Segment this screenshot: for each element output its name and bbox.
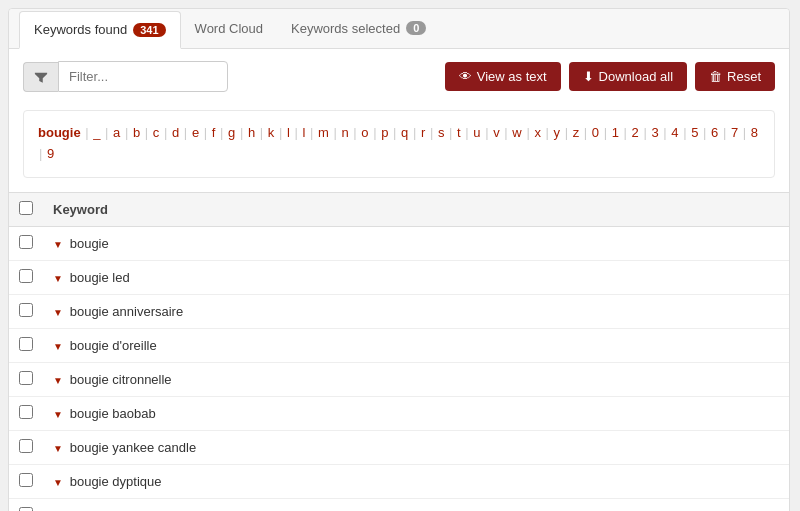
filter-input[interactable] xyxy=(58,61,228,92)
row-checkbox-5[interactable] xyxy=(19,405,33,419)
keyword-text: bougie d'oreille xyxy=(70,338,157,353)
alpha-c[interactable]: c xyxy=(153,125,160,140)
keyword-cell: ▼ bougie baobab xyxy=(43,396,789,430)
row-checkbox-8[interactable] xyxy=(19,507,33,511)
table-row: ▼ bougie yankee candle xyxy=(9,430,789,464)
alpha-1[interactable]: 1 xyxy=(612,125,619,140)
alpha-m[interactable]: m xyxy=(318,125,329,140)
alpha-r[interactable]: r xyxy=(421,125,425,140)
alpha-o[interactable]: o xyxy=(361,125,368,140)
alpha-g[interactable]: g xyxy=(228,125,235,140)
expand-arrow-icon[interactable]: ▼ xyxy=(53,341,66,352)
alpha-underscore[interactable]: _ xyxy=(93,125,100,140)
expand-arrow-icon[interactable]: ▼ xyxy=(53,409,66,420)
alpha-6[interactable]: 6 xyxy=(711,125,718,140)
alpha-8[interactable]: 8 xyxy=(751,125,758,140)
alpha-a[interactable]: a xyxy=(113,125,120,140)
keyword-cell: ▼ bougie anniversaire xyxy=(43,294,789,328)
alpha-active-word[interactable]: bougie xyxy=(38,125,81,140)
row-checkbox-6[interactable] xyxy=(19,439,33,453)
alpha-e[interactable]: e xyxy=(192,125,199,140)
alpha-2[interactable]: 2 xyxy=(632,125,639,140)
alpha-h[interactable]: h xyxy=(248,125,255,140)
expand-arrow-icon[interactable]: ▼ xyxy=(53,239,66,250)
alpha-x[interactable]: x xyxy=(534,125,541,140)
alpha-l1[interactable]: l xyxy=(287,125,290,140)
row-checkbox-3[interactable] xyxy=(19,337,33,351)
keyword-text: bougie baobab xyxy=(70,406,156,421)
row-checkbox-cell xyxy=(9,430,43,464)
table-row: ▼ bougie anniversaire xyxy=(9,294,789,328)
alpha-s[interactable]: s xyxy=(438,125,445,140)
expand-arrow-icon[interactable]: ▼ xyxy=(53,375,66,386)
filter-group xyxy=(23,61,228,92)
alpha-d[interactable]: d xyxy=(172,125,179,140)
alpha-4[interactable]: 4 xyxy=(671,125,678,140)
alpha-v[interactable]: v xyxy=(493,125,500,140)
table-row: ▼ bougie led xyxy=(9,260,789,294)
alpha-p[interactable]: p xyxy=(381,125,388,140)
download-icon: ⬇ xyxy=(583,69,594,84)
toolbar: 👁 View as text ⬇ Download all 🗑 Reset xyxy=(9,49,789,104)
select-all-checkbox[interactable] xyxy=(19,201,33,215)
alpha-f[interactable]: f xyxy=(212,125,216,140)
reset-label: Reset xyxy=(727,69,761,84)
keyword-cell: ▼ bougie candle xyxy=(43,498,789,511)
alpha-l2[interactable]: l xyxy=(302,125,305,140)
alpha-3[interactable]: 3 xyxy=(651,125,658,140)
tab-keywords-selected[interactable]: Keywords selected 0 xyxy=(277,11,440,48)
main-container: Keywords found 341 Word Cloud Keywords s… xyxy=(8,8,790,511)
row-checkbox-0[interactable] xyxy=(19,235,33,249)
alpha-7[interactable]: 7 xyxy=(731,125,738,140)
alpha-u[interactable]: u xyxy=(473,125,480,140)
alpha-5[interactable]: 5 xyxy=(691,125,698,140)
keyword-cell: ▼ bougie led xyxy=(43,260,789,294)
row-checkbox-2[interactable] xyxy=(19,303,33,317)
table-row: ▼ bougie citronnelle xyxy=(9,362,789,396)
row-checkbox-1[interactable] xyxy=(19,269,33,283)
alpha-y[interactable]: y xyxy=(554,125,561,140)
row-checkbox-4[interactable] xyxy=(19,371,33,385)
eye-icon: 👁 xyxy=(459,69,472,84)
row-checkbox-7[interactable] xyxy=(19,473,33,487)
alpha-9[interactable]: 9 xyxy=(47,146,54,161)
table-row: ▼ bougie dyptique xyxy=(9,464,789,498)
table-row: ▼ bougie candle xyxy=(9,498,789,511)
view-as-text-button[interactable]: 👁 View as text xyxy=(445,62,561,91)
download-all-button[interactable]: ⬇ Download all xyxy=(569,62,687,91)
row-checkbox-cell xyxy=(9,362,43,396)
keyword-text: bougie anniversaire xyxy=(70,304,183,319)
expand-arrow-icon[interactable]: ▼ xyxy=(53,307,66,318)
alpha-w[interactable]: w xyxy=(512,125,521,140)
filter-icon-button[interactable] xyxy=(23,62,58,92)
tab-keywords-found-label: Keywords found xyxy=(34,22,127,37)
reset-button[interactable]: 🗑 Reset xyxy=(695,62,775,91)
view-as-text-label: View as text xyxy=(477,69,547,84)
expand-arrow-icon[interactable]: ▼ xyxy=(53,273,66,284)
alpha-q[interactable]: q xyxy=(401,125,408,140)
expand-arrow-icon[interactable]: ▼ xyxy=(53,443,66,454)
row-checkbox-cell xyxy=(9,294,43,328)
alphabet-bar: bougie | _ | a | b | c | d | e | f | g |… xyxy=(23,110,775,178)
row-checkbox-cell xyxy=(9,328,43,362)
expand-arrow-icon[interactable]: ▼ xyxy=(53,477,66,488)
tabs-bar: Keywords found 341 Word Cloud Keywords s… xyxy=(9,9,789,49)
keyword-cell: ▼ bougie yankee candle xyxy=(43,430,789,464)
alpha-0[interactable]: 0 xyxy=(592,125,599,140)
table-header-row: Keyword xyxy=(9,192,789,226)
keyword-text: bougie dyptique xyxy=(70,474,162,489)
row-checkbox-cell xyxy=(9,226,43,260)
table-row: ▼ bougie xyxy=(9,226,789,260)
table-row: ▼ bougie baobab xyxy=(9,396,789,430)
alpha-k[interactable]: k xyxy=(268,125,275,140)
keyword-cell: ▼ bougie dyptique xyxy=(43,464,789,498)
alpha-n[interactable]: n xyxy=(341,125,348,140)
tab-keywords-found[interactable]: Keywords found 341 xyxy=(19,11,181,49)
alpha-t[interactable]: t xyxy=(457,125,461,140)
keyword-cell: ▼ bougie xyxy=(43,226,789,260)
tab-word-cloud[interactable]: Word Cloud xyxy=(181,11,277,48)
alpha-z[interactable]: z xyxy=(573,125,580,140)
tab-keywords-selected-label: Keywords selected xyxy=(291,21,400,36)
tab-word-cloud-label: Word Cloud xyxy=(195,21,263,36)
alpha-b[interactable]: b xyxy=(133,125,140,140)
